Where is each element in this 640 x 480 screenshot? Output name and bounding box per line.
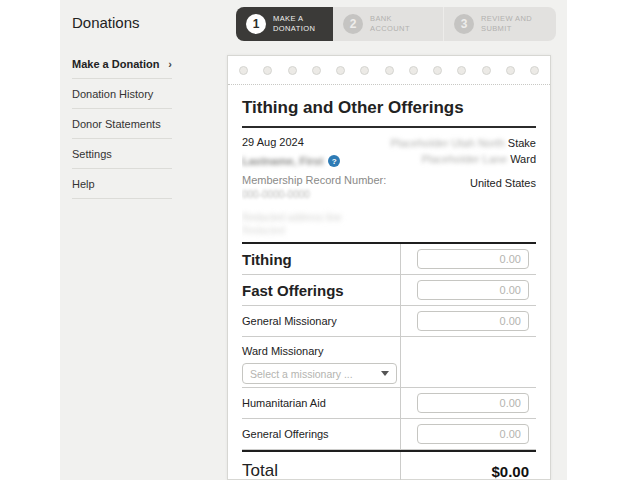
country-label: United States [390,176,536,192]
perforation-hole [312,66,321,75]
step-label: MAKE A DONATION [273,14,315,34]
table-row-fast-offerings: Fast Offerings [242,275,536,306]
step-review-and-submit[interactable]: 3 REVIEW AND SUBMIT [443,7,556,41]
step-label: REVIEW AND SUBMIT [481,14,532,34]
category-label: Humanitarian Aid [242,397,400,409]
perforation-hole [409,66,418,75]
sidebar: Donations Make a Donation › Donation His… [72,8,172,199]
address-redacted-line: Redacted [242,225,386,236]
record-number-label: Membership Record Number: [242,174,386,186]
sidebar-item-label: Help [72,178,95,190]
table-row-total: Total $0.00 [242,450,536,480]
step-label: BANK ACCOUNT [370,14,410,34]
member-info-section: 29 Aug 2024 Lastname, First ? Membership… [242,128,536,242]
page-title: Donations [72,14,172,31]
category-label: General Offerings [242,428,400,440]
donation-date: 29 Aug 2024 [242,136,386,148]
sidebar-item-label: Settings [72,148,112,160]
table-row-general-offerings: General Offerings [242,419,536,450]
perforation-hole [530,66,539,75]
ward-suffix: Ward [510,153,536,165]
step-number-badge: 2 [343,14,363,34]
stake-suffix: Stake [508,137,536,149]
wizard-stepper: 1 MAKE A DONATION 2 BANK ACCOUNT 3 REVIE… [236,7,556,41]
stake-name-redacted: Placeholder Utah North [390,137,504,149]
sidebar-item-donor-statements[interactable]: Donor Statements [72,109,172,139]
sidebar-item-label: Donation History [72,88,153,100]
perforation-hole [506,66,515,75]
empty-amount-cell [400,337,536,387]
missionary-select-placeholder: Select a missionary ... [250,368,353,380]
perforation-hole [482,66,491,75]
category-label: General Missionary [242,315,400,327]
sidebar-item-label: Make a Donation [72,58,159,70]
table-row-tithing: Tithing [242,244,536,275]
sidebar-item-make-a-donation[interactable]: Make a Donation › [72,49,172,79]
step-make-a-donation[interactable]: 1 MAKE A DONATION [236,7,333,41]
address-redacted-line: Redacted address line [242,212,386,223]
stake-line: Placeholder Utah North Stake [390,136,536,152]
step-number-badge: 1 [246,14,266,34]
fast-offerings-amount-input[interactable] [417,280,529,300]
category-label: Ward Missionary [242,345,400,357]
perforation-hole [360,66,369,75]
form-title: Tithing and Other Offerings [242,98,536,118]
sidebar-item-label: Donor Statements [72,118,161,130]
table-row-general-missionary: General Missionary [242,306,536,337]
category-label: Tithing [242,251,400,268]
tithing-amount-input[interactable] [417,249,529,269]
perforation-hole [263,66,272,75]
ward-name-redacted: Placeholder Lane [421,153,507,165]
record-number-redacted: 000-0000-0000 [242,189,386,200]
perforation-hole [433,66,442,75]
sidebar-item-donation-history[interactable]: Donation History [72,79,172,109]
donation-slip: Tithing and Other Offerings 29 Aug 2024 … [227,55,551,480]
table-row-ward-missionary: Ward Missionary Select a missionary ... [242,337,536,388]
general-missionary-amount-input[interactable] [417,311,529,331]
total-value: $0.00 [400,452,536,480]
step-bank-account[interactable]: 2 BANK ACCOUNT [333,7,443,41]
step-number-badge: 3 [454,14,474,34]
chevron-down-icon [381,371,389,376]
sidebar-item-settings[interactable]: Settings [72,139,172,169]
help-icon[interactable]: ? [328,155,340,167]
missionary-select[interactable]: Select a missionary ... [242,363,397,384]
perforation-hole [457,66,466,75]
donation-categories-table: Tithing Fast Offerings General Missionar… [242,242,536,480]
total-label: Total [242,461,400,480]
perforation-strip [228,56,550,85]
sidebar-item-help[interactable]: Help [72,169,172,199]
table-row-humanitarian-aid: Humanitarian Aid [242,388,536,419]
member-name-redacted: Lastname, First [242,155,323,167]
general-offerings-amount-input[interactable] [417,424,529,444]
perforation-hole [288,66,297,75]
category-label: Fast Offerings [242,282,400,299]
humanitarian-aid-amount-input[interactable] [417,393,529,413]
perforation-hole [336,66,345,75]
ward-line: Placeholder Lane Ward [390,152,536,168]
perforation-hole [385,66,394,75]
chevron-right-icon: › [168,59,172,70]
perforation-hole [239,66,248,75]
